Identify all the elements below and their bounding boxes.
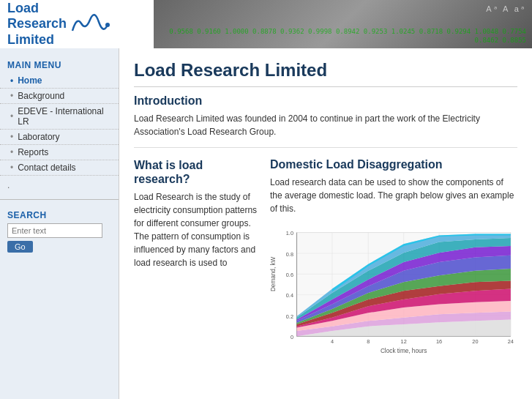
what-text: Load Research is the study of electricit… [134, 190, 258, 269]
search-input[interactable] [7, 223, 102, 238]
svg-text:20: 20 [472, 338, 478, 345]
header-bg: Aᵃ A aᵃ 0.9568 0.9160 1.0000 0.8878 0.93… [154, 0, 532, 48]
sidebar: MAIN MENU Home Background EDEVE - Intern… [0, 48, 119, 399]
sidebar-item-edeve[interactable]: EDEVE - International LR [0, 104, 119, 130]
sidebar-item-contact[interactable]: Contact details [0, 160, 119, 176]
svg-text:0: 0 [291, 334, 293, 340]
sidebar-divider [0, 199, 119, 200]
logo-text: Load Research Limited [7, 1, 67, 48]
chart-col: Domestic Load Disaggregation Load resear… [270, 158, 517, 364]
svg-text:8: 8 [367, 338, 370, 345]
chart-svg: Demand, kW [270, 221, 517, 364]
intro-text: Load Research Limited was founded in 200… [134, 112, 517, 148]
go-button[interactable]: Go [7, 241, 33, 253]
main-menu-title: MAIN MENU [0, 56, 119, 73]
main-content: Load Research Limited Introduction Load … [119, 48, 532, 399]
svg-text:16: 16 [436, 338, 442, 345]
svg-text:Clock time, hours: Clock time, hours [381, 348, 427, 354]
sidebar-dot: . [0, 176, 119, 195]
sidebar-item-laboratory[interactable]: Laboratory [0, 130, 119, 145]
two-col: What is load research? Load Research is … [134, 158, 517, 364]
sidebar-item-background[interactable]: Background [0, 89, 119, 104]
svg-text:0.6: 0.6 [286, 272, 293, 278]
header: Load Research Limited Aᵃ A aᵃ 0.9568 0.9… [0, 0, 532, 48]
svg-point-0 [105, 23, 110, 27]
svg-text:4: 4 [331, 338, 334, 345]
what-heading: What is load research? [134, 158, 258, 186]
svg-text:12: 12 [401, 338, 407, 345]
header-numbers: 0.9568 0.9160 1.0000 0.8878 0.9362 0.999… [160, 27, 526, 45]
svg-text:Demand, kW: Demand, kW [270, 256, 277, 291]
font-controls[interactable]: Aᵃ A aᵃ [486, 4, 526, 14]
search-title: SEARCH [0, 204, 119, 223]
chart-container: Demand, kW [270, 221, 517, 364]
svg-text:24: 24 [508, 338, 514, 345]
domestic-heading: Domestic Load Disaggregation [270, 158, 517, 171]
sidebar-item-home[interactable]: Home [0, 73, 119, 89]
svg-text:0.8: 0.8 [286, 251, 293, 258]
what-col: What is load research? Load Research is … [134, 158, 258, 364]
svg-text:0.4: 0.4 [286, 292, 293, 299]
domestic-text: Load research data can be used to show t… [270, 176, 517, 215]
sidebar-item-reports[interactable]: Reports [0, 145, 119, 160]
svg-text:0.2: 0.2 [286, 313, 293, 320]
logo-wave [71, 9, 111, 40]
layout: MAIN MENU Home Background EDEVE - Intern… [0, 48, 532, 399]
page-title: Load Research Limited [134, 60, 517, 87]
logo-area: Load Research Limited [0, 0, 154, 48]
intro-heading: Introduction [134, 94, 517, 108]
svg-text:1.0: 1.0 [286, 230, 293, 236]
